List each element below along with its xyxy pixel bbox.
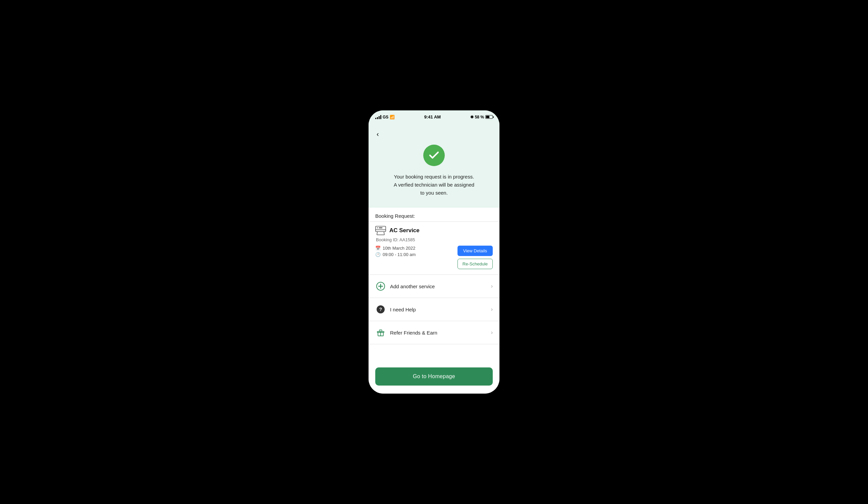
svg-line-5 <box>384 232 385 235</box>
signal-bars-icon <box>375 115 381 119</box>
booking-meta: 📅 10th March 2022 🕐 09:00 - 11:00 am <box>375 245 415 257</box>
chevron-right-icon: › <box>491 283 493 289</box>
reschedule-button[interactable]: Re-Schedule <box>457 259 493 269</box>
go-to-homepage-button[interactable]: Go to Homepage <box>375 367 493 386</box>
battery-icon <box>485 115 493 119</box>
bluetooth-icon: ✱ <box>470 115 474 119</box>
svg-text:?: ? <box>379 307 382 312</box>
booking-details-row: 📅 10th March 2022 🕐 09:00 - 11:00 am Vie… <box>375 245 493 269</box>
hero-message: Your booking request is in progress. A v… <box>376 173 492 197</box>
svg-point-2 <box>377 227 378 228</box>
calendar-icon: 📅 <box>375 245 381 251</box>
date-meta: 📅 10th March 2022 <box>375 245 415 251</box>
service-title-row: AC Service <box>375 226 493 235</box>
hero-section: ‹ Your booking request is in progress. A… <box>369 122 499 208</box>
hero-line1: Your booking request is in progress. <box>394 174 474 179</box>
svg-rect-0 <box>375 226 386 232</box>
status-right: ✱ 58 % <box>470 115 493 119</box>
question-circle-icon: ? <box>376 305 385 314</box>
svg-rect-3 <box>379 227 382 228</box>
service-name: AC Service <box>389 227 420 234</box>
time-label: 9:41 AM <box>424 114 441 119</box>
booking-card: AC Service Booking ID: AA1585 📅 10th Mar… <box>369 222 499 275</box>
refer-item[interactable]: Refer Friends & Earn › <box>369 321 499 344</box>
booking-date: 10th March 2022 <box>383 245 415 251</box>
view-details-button[interactable]: View Details <box>457 245 493 256</box>
add-service-item[interactable]: Add another service › <box>369 275 499 298</box>
success-circle <box>423 145 445 166</box>
time-meta: 🕐 09:00 - 11:00 am <box>375 252 415 257</box>
action-buttons: View Details Re-Schedule <box>457 245 493 269</box>
booking-id: Booking ID: AA1585 <box>375 237 493 242</box>
back-button[interactable]: ‹ <box>376 129 379 139</box>
svg-line-4 <box>377 232 378 235</box>
add-service-icon-container <box>375 281 386 292</box>
add-service-label: Add another service <box>390 284 487 289</box>
status-left: GS 📶 <box>375 115 395 119</box>
bottom-button-container: Go to Homepage <box>369 362 499 393</box>
hero-line2: A verfied technician will be assigned <box>394 182 474 188</box>
checkmark-icon <box>428 149 440 161</box>
carrier-label: GS <box>383 115 388 119</box>
chevron-right-icon-3: › <box>491 329 493 336</box>
clock-icon: 🕐 <box>375 252 381 257</box>
success-icon-container <box>376 145 492 166</box>
battery-percentage: 58 % <box>475 115 484 119</box>
booking-header: Booking Request: <box>369 208 499 221</box>
phone-frame: GS 📶 9:41 AM ✱ 58 % ‹ Your booking reque… <box>369 111 499 393</box>
booking-time: 09:00 - 11:00 am <box>383 252 415 257</box>
plus-circle-icon <box>376 282 385 291</box>
main-content: Booking Request: AC Service Booking ID: … <box>369 208 499 393</box>
ac-service-icon <box>375 226 386 235</box>
help-label: I need Help <box>390 307 487 312</box>
refer-label: Refer Friends & Earn <box>390 330 487 336</box>
help-icon-container: ? <box>375 304 386 315</box>
status-bar: GS 📶 9:41 AM ✱ 58 % <box>369 111 499 122</box>
wifi-icon: 📶 <box>390 115 395 119</box>
help-item[interactable]: ? I need Help › <box>369 298 499 321</box>
refer-icon-container <box>375 327 386 338</box>
gift-icon <box>376 328 385 337</box>
chevron-right-icon-2: › <box>491 306 493 312</box>
hero-line3: to you seen. <box>420 190 448 196</box>
